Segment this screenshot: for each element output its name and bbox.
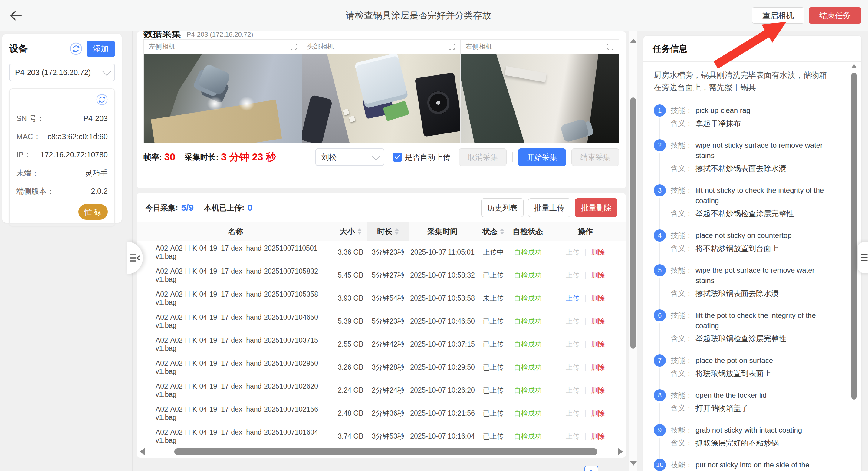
batch-upload-button[interactable]: 批量上传 bbox=[528, 198, 570, 217]
column-check-status[interactable]: 自检状态 bbox=[511, 222, 545, 241]
skill-text: lift the pot to check the integrity of t… bbox=[695, 310, 830, 331]
row-actions: 上传|删除 bbox=[545, 340, 626, 349]
upload-link[interactable]: 上传 bbox=[566, 317, 580, 326]
device-select[interactable]: P4-203 (172.16.20.72) bbox=[9, 64, 115, 81]
delete-link[interactable]: 删除 bbox=[591, 386, 605, 395]
upload-link[interactable]: 上传 bbox=[566, 363, 580, 372]
sort-icon[interactable] bbox=[395, 228, 399, 234]
camera-feed-head[interactable] bbox=[302, 54, 461, 143]
delete-link[interactable]: 删除 bbox=[591, 248, 605, 257]
sort-icon[interactable] bbox=[500, 228, 504, 234]
upload-link[interactable]: 上传 bbox=[566, 294, 580, 303]
column-time[interactable]: 采集时间 bbox=[409, 222, 476, 241]
section-subtitle: P4-203 (172.16.20.72) bbox=[186, 31, 253, 38]
auto-upload-option[interactable]: 是否自动上传 bbox=[393, 152, 451, 162]
fullscreen-icon[interactable] bbox=[290, 43, 297, 50]
fullscreen-icon[interactable] bbox=[448, 43, 456, 50]
step-number: 7 bbox=[654, 354, 666, 367]
chevron-down-icon bbox=[372, 152, 380, 160]
table-header: 名称 大小 时长 采集时间 状态 自检状态 操作 bbox=[137, 222, 626, 241]
column-name[interactable]: 名称 bbox=[137, 222, 334, 241]
scroll-down-icon[interactable] bbox=[630, 461, 637, 466]
check-status: 自检成功 bbox=[511, 248, 545, 257]
check-status: 自检成功 bbox=[511, 317, 545, 326]
table-row: A02-A02-H-K-04-19_17-dex_hand-2025100711… bbox=[137, 241, 626, 264]
camera-feed-right[interactable] bbox=[461, 54, 619, 143]
skill-text: wipe the pot surface to remove water sta… bbox=[695, 265, 830, 286]
info-value: 172.16.20.72:10780 bbox=[40, 151, 108, 159]
start-capture-button[interactable]: 开始采集 bbox=[518, 148, 566, 166]
camera-panel-head: 头部相机 bbox=[302, 40, 461, 143]
delete-link[interactable]: 删除 bbox=[591, 363, 605, 372]
delete-link[interactable]: 删除 bbox=[591, 432, 605, 441]
panel-scroll-thumb[interactable] bbox=[851, 73, 857, 400]
task-panel-scrollbar[interactable] bbox=[851, 64, 857, 467]
topbar-actions: 重启相机 结束任务 bbox=[752, 7, 861, 24]
camera-feed-left[interactable] bbox=[144, 54, 302, 143]
column-duration[interactable]: 时长 bbox=[367, 222, 409, 241]
operator-select[interactable]: 刘松 bbox=[315, 148, 384, 166]
restart-camera-button[interactable]: 重启相机 bbox=[752, 7, 804, 24]
skill-step: 5技能：wipe the pot surface to remove water… bbox=[654, 264, 830, 309]
batch-delete-button[interactable]: 批量删除 bbox=[575, 198, 617, 217]
step-number: 5 bbox=[654, 264, 666, 276]
main-scrollbar[interactable] bbox=[629, 31, 638, 471]
upload-status: 未上传 bbox=[476, 294, 511, 303]
delete-link[interactable]: 删除 bbox=[591, 271, 605, 280]
scroll-left-icon[interactable] bbox=[140, 448, 145, 455]
scroll-up-icon[interactable] bbox=[851, 64, 857, 68]
duration-label: 采集时长: bbox=[184, 152, 218, 162]
upload-link[interactable]: 上传 bbox=[566, 248, 580, 257]
stop-capture-button[interactable]: 结束采集 bbox=[571, 148, 619, 166]
delete-link[interactable]: 删除 bbox=[591, 340, 605, 349]
history-list-button[interactable]: 历史列表 bbox=[481, 198, 524, 217]
action-divider: | bbox=[584, 340, 586, 348]
upload-link[interactable]: 上传 bbox=[566, 409, 580, 418]
horizontal-scrollbar[interactable] bbox=[140, 447, 623, 456]
skill-label: 技能： bbox=[671, 390, 695, 401]
row-actions: 上传|删除 bbox=[545, 386, 626, 395]
hscroll-thumb[interactable] bbox=[174, 448, 597, 455]
vscroll-thumb[interactable] bbox=[630, 97, 636, 349]
skill-label: 技能： bbox=[671, 425, 695, 435]
upload-link[interactable]: 上传 bbox=[566, 340, 580, 349]
delete-link[interactable]: 删除 bbox=[591, 317, 605, 326]
delete-link[interactable]: 删除 bbox=[591, 294, 605, 303]
upload-link[interactable]: 上传 bbox=[566, 271, 580, 280]
skill-step: 1技能：pick up clean rag含义：拿起干净抹布 bbox=[654, 104, 830, 139]
fullscreen-icon[interactable] bbox=[607, 43, 614, 50]
add-device-button[interactable]: 添加 bbox=[87, 40, 115, 57]
prev-page-icon[interactable]: ‹ bbox=[577, 467, 580, 471]
capture-time: 2025-10-07 10:37:15 bbox=[409, 340, 476, 348]
skill-text: lift not sticky to check the integrity o… bbox=[695, 185, 830, 206]
refresh-devices-icon[interactable] bbox=[70, 42, 82, 55]
back-arrow-icon[interactable] bbox=[9, 10, 22, 22]
upload-link[interactable]: 上传 bbox=[566, 386, 580, 395]
file-name: A02-A02-H-K-04-19_17-dex_hand-2025100711… bbox=[137, 244, 334, 261]
column-size[interactable]: 大小 bbox=[334, 222, 367, 241]
file-name: A02-A02-H-K-04-19_17-dex_hand-2025100710… bbox=[137, 336, 334, 353]
refresh-device-info-icon[interactable] bbox=[96, 94, 108, 105]
device-select-value: P4-203 (172.16.20.72) bbox=[15, 68, 103, 77]
device-info-row: IP：172.16.20.72:10780 bbox=[17, 150, 108, 160]
file-size: 5.45 GB bbox=[334, 271, 367, 279]
current-page[interactable]: 1 bbox=[584, 466, 598, 471]
scroll-right-icon[interactable] bbox=[618, 448, 623, 455]
table-body: A02-A02-H-K-04-19_17-dex_hand-2025100711… bbox=[137, 241, 626, 448]
scroll-up-icon[interactable] bbox=[630, 39, 637, 43]
auto-upload-checkbox[interactable] bbox=[393, 153, 402, 162]
data-collection-card: 数据采集 P4-203 (172.16.20.72) 左侧相机 bbox=[137, 31, 626, 188]
sort-icon[interactable] bbox=[358, 228, 362, 234]
action-divider: | bbox=[584, 294, 586, 303]
expand-panel-tab[interactable] bbox=[858, 242, 868, 273]
cancel-capture-button[interactable]: 取消采集 bbox=[459, 148, 507, 166]
meaning-text: 将不粘炒锅放置到台面上 bbox=[695, 243, 779, 253]
skill-label: 技能： bbox=[671, 460, 695, 471]
meaning-label: 含义： bbox=[671, 243, 695, 253]
end-task-button[interactable]: 结束任务 bbox=[809, 7, 861, 24]
upload-link[interactable]: 上传 bbox=[566, 432, 580, 441]
delete-link[interactable]: 删除 bbox=[591, 409, 605, 418]
skill-text: pick up clean rag bbox=[695, 105, 750, 116]
column-status[interactable]: 状态 bbox=[476, 222, 511, 241]
next-page-icon[interactable]: › bbox=[603, 467, 606, 471]
